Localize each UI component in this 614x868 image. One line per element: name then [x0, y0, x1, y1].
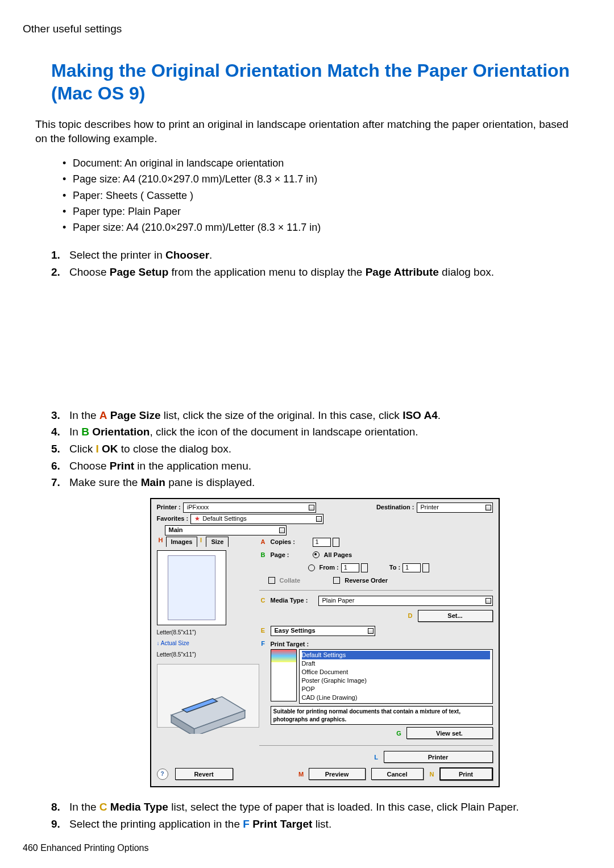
callout-a: A [99, 409, 107, 421]
copies-label: Copies : [271, 538, 310, 546]
callout-i: I [96, 443, 98, 455]
cancel-button[interactable]: Cancel [371, 768, 424, 780]
page-size-2: Letter(8.5"x11") [157, 651, 259, 659]
callout-f: F [243, 818, 250, 830]
step-2: Choose Page Setup from the application m… [51, 264, 580, 407]
print-button[interactable]: Print [439, 767, 493, 780]
callout-c: C [99, 801, 107, 813]
from-label: From : [320, 563, 339, 572]
page-label: Page : [271, 551, 310, 559]
print-target-item[interactable]: CAD (Line Drawing) [302, 693, 490, 702]
to-label: To : [389, 563, 400, 572]
intro-text: This topic describes how to print an ori… [35, 117, 580, 146]
main-print-dialog: Printer : iPFxxxx Destination : Printer … [150, 498, 500, 788]
print-target-item[interactable]: POP [302, 685, 490, 693]
from-stepper[interactable] [361, 563, 368, 572]
callout-d-marker: D [406, 612, 414, 620]
from-radio[interactable] [308, 564, 315, 571]
view-set-button[interactable]: View set. [406, 727, 493, 739]
favorites-label: Favorites : [157, 514, 189, 523]
callout-l-marker: L [372, 753, 380, 761]
callout-b: B [81, 426, 89, 438]
print-target-thumb [271, 649, 297, 701]
step-9: Select the printing application in the F… [51, 816, 580, 833]
destination-label: Destination : [376, 503, 414, 512]
step-4: In B Orientation, click the icon of the … [51, 423, 580, 441]
callout-n-marker: N [428, 770, 436, 778]
favorites-select[interactable]: ★ Default Settings [190, 514, 323, 524]
print-target-label: Print Target : [271, 640, 493, 649]
step-8: In the C Media Type list, select the typ… [51, 799, 580, 816]
step-5: Click I OK to close the dialog box. [51, 441, 580, 458]
printer-illustration [157, 664, 259, 728]
collate-label: Collate [280, 576, 301, 585]
revert-button[interactable]: Revert [175, 768, 233, 780]
callout-c-marker: C [259, 597, 267, 605]
print-target-item[interactable]: Poster (Graphic Image) [302, 676, 490, 685]
to-stepper[interactable] [422, 563, 429, 572]
preview-tabs[interactable]: Images I Size [166, 537, 229, 547]
example-details: Document: An original in landscape orien… [63, 155, 580, 235]
page-footer: 460 Enhanced Printing Options [23, 842, 148, 854]
callout-e-marker: E [259, 627, 267, 635]
print-target-item[interactable]: Office Document [302, 668, 490, 676]
all-pages-text: All Pages [324, 551, 352, 559]
callout-i-marker: I [197, 537, 205, 545]
copies-stepper[interactable] [333, 538, 339, 547]
preview-pane [157, 550, 226, 625]
list-item: Document: An original in landscape orien… [63, 155, 580, 171]
copies-field[interactable]: 1 [313, 538, 331, 547]
step-1: Select the printer in Chooser. [51, 247, 580, 264]
print-target-item[interactable]: Draft [302, 659, 490, 668]
page-header: Other useful settings [23, 22, 580, 36]
callout-m-marker: M [297, 770, 305, 778]
page-title: Making the Original Orientation Match th… [51, 59, 580, 105]
help-icon[interactable]: ? [157, 769, 168, 780]
actual-size: ↓ Actual Size [157, 639, 259, 647]
list-item: Paper type: Plain Paper [63, 203, 580, 219]
printer-button[interactable]: Printer [384, 751, 493, 763]
callout-h-marker: H [157, 537, 165, 545]
media-type-select[interactable]: Plain Paper [318, 596, 493, 606]
step-7: Make sure the Main pane is displayed. Pr… [51, 474, 580, 799]
page-size-1: Letter(8.5"x11") [157, 629, 259, 637]
printer-select[interactable]: iPFxxxx [183, 502, 316, 513]
callout-b-marker: B [259, 551, 267, 559]
tab-size[interactable]: Size [206, 537, 229, 547]
media-type-label: Media Type : [271, 596, 316, 605]
reverse-order-check[interactable] [333, 577, 340, 584]
print-target-item[interactable]: Default Settings [302, 651, 490, 659]
list-item: Page size: A4 (210.0×297.0 mm)/Letter (8… [63, 171, 580, 187]
to-field[interactable]: 1 [403, 563, 421, 572]
tab-images[interactable]: Images [166, 537, 198, 547]
print-target-list[interactable]: Default Settings Draft Office Document P… [299, 649, 493, 704]
pane-select[interactable]: Main [165, 525, 287, 535]
callout-g-marker: G [395, 729, 403, 737]
collate-check[interactable] [268, 577, 275, 584]
callout-f-marker: F [259, 640, 267, 648]
reverse-order-label: Reverse Order [345, 576, 388, 585]
all-pages-radio[interactable] [313, 551, 320, 558]
preview-button[interactable]: Preview [309, 768, 366, 780]
list-item: Paper size: A4 (210.0×297.0 mm)/Letter (… [63, 219, 580, 235]
from-field[interactable]: 1 [341, 563, 359, 572]
page-attribute-figure [69, 288, 580, 396]
easy-settings-select[interactable]: Easy Settings [271, 626, 375, 636]
step-6: Choose Print in the application menu. [51, 458, 580, 475]
callout-a-marker: A [259, 538, 267, 546]
step-3: In the A Page Size list, click the size … [51, 407, 580, 424]
list-item: Paper: Sheets ( Cassette ) [63, 188, 580, 203]
print-target-description: Suitable for printing normal documents t… [271, 706, 493, 725]
set-button[interactable]: Set... [418, 610, 493, 622]
printer-label: Printer : [157, 503, 181, 512]
destination-select[interactable]: Printer [417, 502, 493, 513]
